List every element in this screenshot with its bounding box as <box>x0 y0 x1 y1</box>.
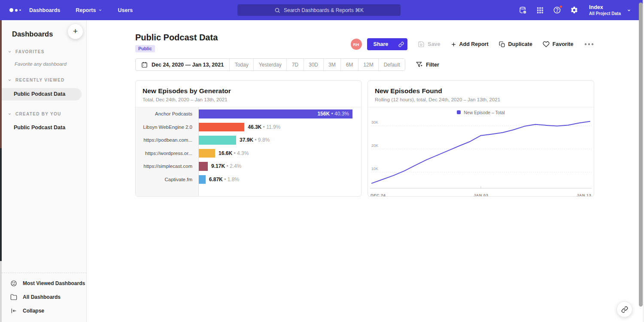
bar-row[interactable]: 9.17K • 2.4% <box>199 160 361 173</box>
preset-7d[interactable]: 7D <box>286 59 303 70</box>
page-title: Public Podcast Data <box>135 33 218 43</box>
line-chart-plot[interactable]: 30K 20K 10K <box>370 117 592 190</box>
sidebar-item-public-podcast-data[interactable]: Public Podcast Data <box>14 125 86 131</box>
legend-label: New Episode – Total <box>464 110 505 115</box>
project-name: Index <box>589 4 621 11</box>
collapse-sidebar-button[interactable]: Collapse <box>2 304 86 318</box>
heart-icon <box>543 41 550 48</box>
favorites-empty-text: Favorite any dashboard <box>15 61 86 67</box>
bar[interactable] <box>199 123 244 132</box>
help-icon[interactable] <box>553 6 561 14</box>
svg-text:10K: 10K <box>371 167 378 171</box>
bar-row[interactable]: 46.3K • 11.9% <box>199 121 361 134</box>
bar[interactable]: 156K • 40.3% <box>199 109 352 118</box>
bar[interactable] <box>199 149 215 158</box>
bar-row[interactable]: 6.87K • 1.8% <box>199 173 361 186</box>
preset-yesterday[interactable]: Yesterday <box>253 59 286 70</box>
public-badge: Public <box>135 45 155 52</box>
favorite-button[interactable]: Favorite <box>543 41 574 48</box>
duplicate-icon <box>499 41 505 48</box>
share-button-group: Share <box>367 38 408 50</box>
top-nav: Dashboards Reports Users Search Dashboar… <box>0 0 644 20</box>
bar-row-label: Captivate.fm <box>136 173 198 186</box>
share-button[interactable]: Share <box>367 38 395 50</box>
nav-item-reports[interactable]: Reports <box>76 7 102 13</box>
add-report-button[interactable]: Add Report <box>451 41 489 47</box>
x-tick: DEC 24 <box>371 193 386 197</box>
chart-legend: New Episode – Total <box>368 107 594 117</box>
generator-labels-column: Anchor PodcastsLibsyn WebEngine 2.0https… <box>136 107 199 197</box>
filter-icon <box>416 61 422 68</box>
bar-value: 16.6K • 4.3% <box>219 150 249 156</box>
project-scope: All Project Data <box>589 11 621 16</box>
sidebar: Dashboards + FAVORITES Favorite any dash… <box>2 20 87 322</box>
date-range-group: Dec 24, 2020 — Jan 13, 2021 Today Yester… <box>135 58 405 71</box>
generator-bars-column: 156K • 40.3%46.3K • 11.9%37.9K • 9.8%16.… <box>199 107 361 197</box>
avatar[interactable]: RH <box>351 39 362 50</box>
preset-3m[interactable]: 3M <box>323 59 341 70</box>
filter-button[interactable]: Filter <box>416 61 439 68</box>
bar[interactable] <box>199 175 206 184</box>
header-actions: RH Share Save Add Report Duplicate Favor… <box>351 38 594 50</box>
bar-row[interactable]: 156K • 40.3% <box>199 107 361 121</box>
nav-item-dashboards[interactable]: Dashboards <box>29 7 60 13</box>
bar[interactable] <box>199 162 208 171</box>
scrollbar-thumb[interactable] <box>639 3 643 307</box>
save-button[interactable]: Save <box>418 41 440 48</box>
date-range-picker[interactable]: Dec 24, 2020 — Jan 13, 2021 <box>136 59 229 70</box>
plus-icon <box>451 42 456 47</box>
card-subtitle: Total, Dec 24th, 2020 – Jan 13th, 2021 <box>143 97 354 102</box>
bar-value: 46.3K • 11.9% <box>248 124 280 130</box>
notification-dot <box>559 5 562 8</box>
bar-row-label: https://simplecast.com <box>136 160 198 173</box>
all-dashboards-button[interactable]: All Dashboards <box>2 290 86 304</box>
share-link-button[interactable] <box>395 38 407 50</box>
bar-value: 37.9K • 9.8% <box>240 137 270 143</box>
nav-item-users[interactable]: Users <box>118 7 133 13</box>
search-icon <box>274 7 280 13</box>
chevron-down-icon <box>8 78 12 82</box>
legend-swatch <box>457 110 461 114</box>
preset-30d[interactable]: 30D <box>304 59 323 70</box>
bar-value: 6.87K • 1.8% <box>209 176 239 182</box>
bar[interactable] <box>199 136 236 145</box>
sidebar-item-public-podcast-data-selected[interactable]: Public Podcast Data <box>2 88 82 100</box>
bar-row-label: Libsyn WebEngine 2.0 <box>136 121 198 134</box>
date-bar: Dec 24, 2020 — Jan 13, 2021 Today Yester… <box>135 58 439 71</box>
svg-text:30K: 30K <box>371 120 378 125</box>
collapse-icon <box>10 307 17 314</box>
bar-value: 9.17K • 2.4% <box>211 163 241 169</box>
bar-row[interactable]: 16.6K • 4.3% <box>199 147 361 160</box>
preset-12m[interactable]: 12M <box>358 59 378 70</box>
section-created-by-you[interactable]: CREATED BY YOU <box>8 112 86 116</box>
preset-today[interactable]: Today <box>229 59 253 70</box>
card-title: New Episodes Found <box>375 87 587 95</box>
search-input[interactable]: Search Dashboards & Reports ⌘K <box>237 4 401 16</box>
preset-6m[interactable]: 6M <box>340 59 358 70</box>
link-icon <box>621 306 628 313</box>
brand-logo-icon[interactable] <box>9 8 27 12</box>
bar-row-label: Anchor Podcasts <box>136 107 198 121</box>
bar-row[interactable]: 37.9K • 9.8% <box>199 134 361 147</box>
section-recently-viewed[interactable]: RECENTLY VIEWED <box>8 78 86 82</box>
svg-text:20K: 20K <box>371 143 378 148</box>
settings-gear-icon[interactable] <box>570 6 578 14</box>
project-selector[interactable]: Index All Project Data <box>589 4 631 16</box>
x-tick: JAN 03 <box>474 193 488 197</box>
copy-link-fab[interactable] <box>617 301 632 317</box>
chevron-down-icon <box>98 8 102 12</box>
bar-value: 156K • 40.3% <box>317 109 349 118</box>
more-options-button[interactable] <box>584 42 595 47</box>
x-axis-labels: DEC 24 JAN 03 JAN 13 <box>371 193 591 197</box>
card-subtitle: Rolling (12 hours), total, Dec 24th, 202… <box>375 97 587 102</box>
preset-default[interactable]: Default <box>378 59 405 70</box>
chevron-down-icon <box>627 8 631 12</box>
section-favorites[interactable]: FAVORITES <box>8 49 86 54</box>
apps-grid-icon[interactable] <box>536 6 544 14</box>
data-sources-icon[interactable] <box>519 6 527 14</box>
save-icon <box>418 41 425 48</box>
calendar-icon <box>141 61 148 68</box>
duplicate-button[interactable]: Duplicate <box>499 41 532 48</box>
most-viewed-dashboards-button[interactable]: Most Viewed Dashboards <box>2 276 86 290</box>
add-dashboard-button[interactable]: + <box>68 24 83 39</box>
